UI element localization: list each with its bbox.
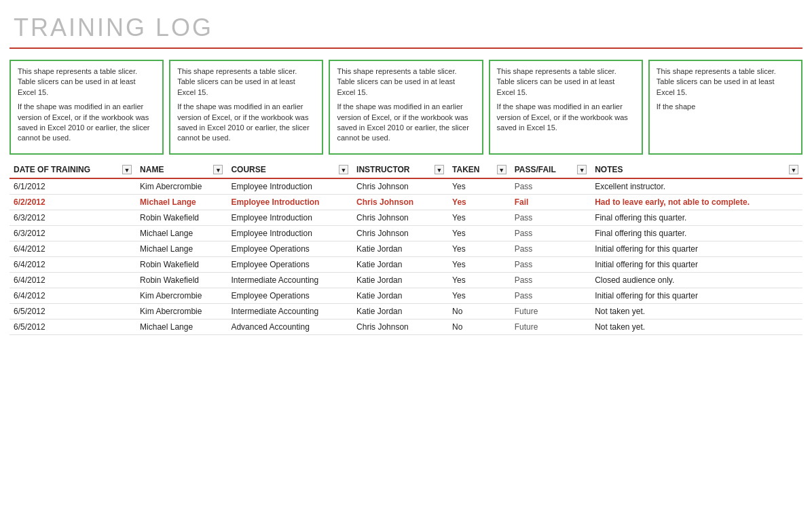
table-wrapper: DATE OF TRAINING ▼ NAME ▼ COURSE ▼ [0, 161, 812, 335]
slicer-5[interactable]: This shape represents a table slicer. Ta… [648, 60, 802, 155]
cell-passfail: Future [511, 303, 591, 319]
title-divider [10, 47, 802, 49]
cell-name: Kim Abercrombie [136, 178, 227, 195]
table-row: 6/5/2012 Michael Lange Advanced Accounti… [10, 319, 802, 334]
cell-taken: Yes [448, 194, 511, 210]
cell-date: 6/3/2012 [10, 225, 136, 241]
cell-date: 6/5/2012 [10, 319, 136, 334]
slicer-3[interactable]: This shape represents a table slicer. Ta… [329, 60, 483, 155]
col-date: DATE OF TRAINING ▼ [10, 161, 136, 178]
cell-taken: Yes [448, 178, 511, 195]
cell-taken: Yes [448, 225, 511, 241]
cell-course: Employee Introduction [227, 225, 352, 241]
filter-notes-icon[interactable]: ▼ [789, 165, 798, 174]
cell-course: Intermediate Accounting [227, 303, 352, 319]
col-passfail-label: PASS/FAIL [515, 165, 556, 174]
cell-name: Michael Lange [136, 225, 227, 241]
cell-instructor: Chris Johnson [352, 194, 448, 210]
table-row: 6/3/2012 Robin Wakefield Employee Introd… [10, 210, 802, 225]
cell-name: Michael Lange [136, 241, 227, 256]
col-course-label: COURSE [231, 165, 265, 174]
filter-instructor-icon[interactable]: ▼ [435, 165, 444, 174]
cell-name: Robin Wakefield [136, 256, 227, 272]
cell-notes: Had to leave early, not able to complete… [591, 194, 802, 210]
slicers-row: This shape represents a table slicer. Ta… [0, 56, 812, 161]
filter-course-icon[interactable]: ▼ [339, 165, 348, 174]
table-row: 6/4/2012 Michael Lange Employee Operatio… [10, 241, 802, 256]
cell-name: Kim Abercrombie [136, 288, 227, 303]
cell-instructor: Katie Jordan [352, 303, 448, 319]
table-row: 6/5/2012 Kim Abercrombie Intermediate Ac… [10, 303, 802, 319]
cell-passfail: Pass [511, 225, 591, 241]
cell-passfail: Fail [511, 194, 591, 210]
filter-name-icon[interactable]: ▼ [213, 165, 223, 174]
cell-passfail: Pass [511, 210, 591, 225]
cell-notes: Initial offering for this quarter [591, 241, 802, 256]
cell-notes: Final offering this quarter. [591, 210, 802, 225]
cell-instructor: Katie Jordan [352, 241, 448, 256]
cell-date: 6/4/2012 [10, 241, 136, 256]
col-name: NAME ▼ [136, 161, 227, 178]
cell-passfail: Pass [511, 178, 591, 195]
col-notes: NOTES ▼ [591, 161, 802, 178]
cell-notes: Final offering this quarter. [591, 225, 802, 241]
col-passfail: PASS/FAIL ▼ [511, 161, 591, 178]
col-name-label: NAME [140, 165, 164, 174]
cell-name: Robin Wakefield [136, 272, 227, 288]
cell-instructor: Chris Johnson [352, 319, 448, 334]
slicer-2[interactable]: This shape represents a table slicer. Ta… [169, 60, 323, 155]
cell-date: 6/5/2012 [10, 303, 136, 319]
slicer-1[interactable]: This shape represents a table slicer. Ta… [10, 60, 164, 155]
cell-instructor: Chris Johnson [352, 178, 448, 195]
filter-passfail-icon[interactable]: ▼ [577, 165, 587, 174]
filter-date-icon[interactable]: ▼ [122, 165, 132, 174]
cell-course: Employee Introduction [227, 194, 352, 210]
cell-taken: No [448, 319, 511, 334]
col-taken: TAKEN ▼ [448, 161, 511, 178]
col-taken-label: TAKEN [452, 165, 479, 174]
cell-taken: Yes [448, 210, 511, 225]
cell-course: Employee Operations [227, 241, 352, 256]
cell-date: 6/3/2012 [10, 210, 136, 225]
col-notes-label: NOTES [595, 165, 623, 174]
cell-notes: Excellent instructor. [591, 178, 802, 195]
cell-instructor: Katie Jordan [352, 272, 448, 288]
cell-course: Employee Operations [227, 288, 352, 303]
cell-taken: Yes [448, 256, 511, 272]
cell-course: Intermediate Accounting [227, 272, 352, 288]
cell-course: Advanced Accounting [227, 319, 352, 334]
table-row: 6/4/2012 Robin Wakefield Employee Operat… [10, 256, 802, 272]
cell-passfail: Pass [511, 256, 591, 272]
cell-notes: Closed audience only. [591, 272, 802, 288]
cell-date: 6/2/2012 [10, 194, 136, 210]
col-instructor-label: INSTRUCTOR [356, 165, 409, 174]
page-title: TRAINING LOG [0, 7, 812, 47]
cell-passfail: Pass [511, 288, 591, 303]
col-course: COURSE ▼ [227, 161, 352, 178]
cell-name: Michael Lange [136, 319, 227, 334]
table-row: 6/4/2012 Kim Abercrombie Employee Operat… [10, 288, 802, 303]
filter-taken-icon[interactable]: ▼ [497, 165, 506, 174]
cell-date: 6/4/2012 [10, 288, 136, 303]
cell-notes: Initial offering for this quarter [591, 256, 802, 272]
table-row: 6/2/2012 Michael Lange Employee Introduc… [10, 194, 802, 210]
cell-notes: Not taken yet. [591, 319, 802, 334]
slicer-4[interactable]: This shape represents a table slicer. Ta… [489, 60, 643, 155]
cell-instructor: Katie Jordan [352, 256, 448, 272]
cell-taken: Yes [448, 241, 511, 256]
table-row: 6/4/2012 Robin Wakefield Intermediate Ac… [10, 272, 802, 288]
cell-instructor: Katie Jordan [352, 288, 448, 303]
cell-passfail: Future [511, 319, 591, 334]
cell-name: Michael Lange [136, 194, 227, 210]
col-instructor: INSTRUCTOR ▼ [352, 161, 448, 178]
table-row: 6/1/2012 Kim Abercrombie Employee Introd… [10, 178, 802, 195]
cell-taken: Yes [448, 288, 511, 303]
col-date-label: DATE OF TRAINING [14, 165, 90, 174]
page: TRAINING LOG This shape represents a tab… [0, 0, 812, 523]
cell-date: 6/4/2012 [10, 272, 136, 288]
cell-notes: Not taken yet. [591, 303, 802, 319]
cell-course: Employee Operations [227, 256, 352, 272]
cell-instructor: Chris Johnson [352, 225, 448, 241]
cell-date: 6/4/2012 [10, 256, 136, 272]
cell-passfail: Pass [511, 241, 591, 256]
